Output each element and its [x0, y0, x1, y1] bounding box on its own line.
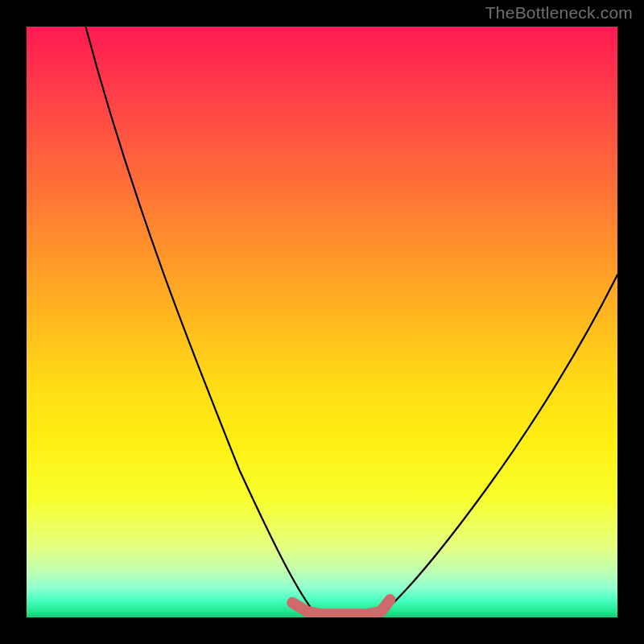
chart-plot-area [27, 27, 617, 617]
chart-frame: TheBottleneck.com [0, 0, 644, 644]
chart-svg [27, 27, 617, 617]
watermark-text: TheBottleneck.com [485, 3, 633, 23]
chart-curve-group [85, 27, 617, 614]
left-branch-curve [85, 27, 316, 614]
right-branch-curve [381, 275, 617, 614]
